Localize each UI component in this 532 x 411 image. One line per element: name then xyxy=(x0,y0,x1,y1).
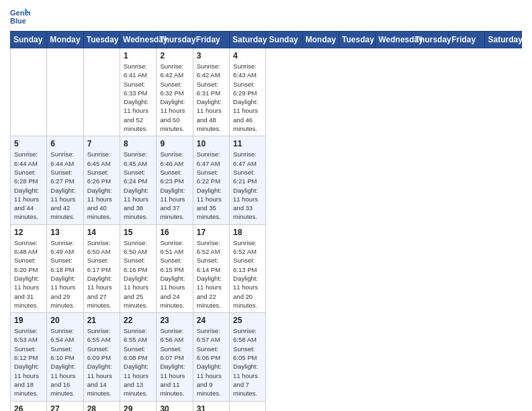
day-info: Sunrise: 6:58 AM Sunset: 6:05 PM Dayligh… xyxy=(233,326,262,398)
day-number: 22 xyxy=(124,316,152,325)
calendar-cell: 19Sunrise: 6:53 AM Sunset: 6:12 PM Dayli… xyxy=(11,313,47,401)
day-number: 31 xyxy=(197,404,226,412)
day-number: 16 xyxy=(160,228,189,237)
day-number: 19 xyxy=(14,316,43,325)
day-number: 5 xyxy=(14,139,43,148)
day-info: Sunrise: 6:56 AM Sunset: 6:07 PM Dayligh… xyxy=(160,326,189,398)
calendar-cell: 2Sunrise: 6:42 AM Sunset: 6:32 PM Daylig… xyxy=(157,48,193,136)
calendar-cell: 17Sunrise: 6:52 AM Sunset: 6:14 PM Dayli… xyxy=(193,224,229,312)
day-number: 14 xyxy=(87,228,116,237)
day-info: Sunrise: 6:45 AM Sunset: 6:26 PM Dayligh… xyxy=(87,150,116,221)
day-number: 23 xyxy=(160,316,189,325)
col-header-tuesday: Tuesday xyxy=(83,32,120,48)
calendar-cell: 7Sunrise: 6:45 AM Sunset: 6:26 PM Daylig… xyxy=(83,136,120,224)
col-header-sunday: Sunday xyxy=(266,32,302,48)
calendar-cell: 22Sunrise: 6:55 AM Sunset: 6:08 PM Dayli… xyxy=(120,313,157,401)
day-number: 3 xyxy=(197,51,226,60)
col-header-thursday: Thursday xyxy=(412,32,448,48)
day-number: 27 xyxy=(50,404,79,412)
calendar-cell xyxy=(83,48,120,136)
day-number: 15 xyxy=(124,228,152,237)
calendar-cell: 29Sunrise: 7:01 AM Sunset: 6:01 PM Dayli… xyxy=(120,401,157,411)
col-header-sunday: Sunday xyxy=(11,32,47,48)
calendar-cell: 31Sunrise: 7:02 AM Sunset: 6:00 PM Dayli… xyxy=(193,401,229,411)
calendar-cell: 21Sunrise: 6:55 AM Sunset: 6:09 PM Dayli… xyxy=(83,313,120,401)
calendar-cell: 26Sunrise: 6:58 AM Sunset: 6:04 PM Dayli… xyxy=(11,401,47,411)
day-info: Sunrise: 6:47 AM Sunset: 6:21 PM Dayligh… xyxy=(233,150,262,221)
day-info: Sunrise: 6:55 AM Sunset: 6:09 PM Dayligh… xyxy=(87,326,116,398)
day-number: 30 xyxy=(160,404,189,412)
calendar-cell xyxy=(47,48,83,136)
day-number: 2 xyxy=(160,51,189,60)
day-info: Sunrise: 6:42 AM Sunset: 6:31 PM Dayligh… xyxy=(197,62,226,133)
week-row-1: 1Sunrise: 6:41 AM Sunset: 6:33 PM Daylig… xyxy=(11,48,522,136)
calendar-table: SundayMondayTuesdayWednesdayThursdayFrid… xyxy=(10,31,522,411)
calendar-cell: 8Sunrise: 6:45 AM Sunset: 6:24 PM Daylig… xyxy=(120,136,157,224)
day-info: Sunrise: 6:45 AM Sunset: 6:24 PM Dayligh… xyxy=(124,150,152,221)
day-info: Sunrise: 6:50 AM Sunset: 6:17 PM Dayligh… xyxy=(87,238,116,310)
day-info: Sunrise: 6:47 AM Sunset: 6:22 PM Dayligh… xyxy=(197,150,226,221)
day-number: 18 xyxy=(233,228,262,237)
calendar-cell: 11Sunrise: 6:47 AM Sunset: 6:21 PM Dayli… xyxy=(230,136,266,224)
calendar-cell: 4Sunrise: 6:43 AM Sunset: 6:29 PM Daylig… xyxy=(230,48,266,136)
calendar-cell xyxy=(11,48,47,136)
calendar-cell xyxy=(230,401,266,411)
calendar-cell: 5Sunrise: 6:44 AM Sunset: 6:28 PM Daylig… xyxy=(11,136,47,224)
calendar-cell: 6Sunrise: 6:44 AM Sunset: 6:27 PM Daylig… xyxy=(47,136,83,224)
day-number: 28 xyxy=(87,404,116,412)
logo-icon: General Blue xyxy=(10,7,30,26)
day-info: Sunrise: 6:43 AM Sunset: 6:29 PM Dayligh… xyxy=(233,62,262,133)
day-info: Sunrise: 6:44 AM Sunset: 6:28 PM Dayligh… xyxy=(14,150,43,221)
col-header-friday: Friday xyxy=(193,32,229,48)
calendar-cell: 16Sunrise: 6:51 AM Sunset: 6:15 PM Dayli… xyxy=(157,224,193,312)
calendar-cell: 27Sunrise: 6:59 AM Sunset: 6:03 PM Dayli… xyxy=(47,401,83,411)
day-info: Sunrise: 6:51 AM Sunset: 6:15 PM Dayligh… xyxy=(160,238,189,310)
calendar-cell: 30Sunrise: 7:01 AM Sunset: 6:00 PM Dayli… xyxy=(157,401,193,411)
logo: General Blue xyxy=(10,7,30,26)
calendar-cell: 12Sunrise: 6:48 AM Sunset: 6:20 PM Dayli… xyxy=(11,224,47,312)
day-number: 8 xyxy=(124,139,152,148)
day-number: 11 xyxy=(233,139,262,148)
day-number: 29 xyxy=(124,404,152,412)
col-header-monday: Monday xyxy=(47,32,83,48)
day-number: 1 xyxy=(124,51,152,60)
calendar-cell: 15Sunrise: 6:50 AM Sunset: 6:16 PM Dayli… xyxy=(120,224,157,312)
page-header: General Blue xyxy=(10,7,522,26)
col-header-saturday: Saturday xyxy=(485,32,522,48)
day-number: 21 xyxy=(87,316,116,325)
col-header-tuesday: Tuesday xyxy=(339,32,375,48)
day-number: 10 xyxy=(197,139,226,148)
day-number: 4 xyxy=(233,51,262,60)
col-header-wednesday: Wednesday xyxy=(120,32,157,48)
week-row-3: 12Sunrise: 6:48 AM Sunset: 6:20 PM Dayli… xyxy=(11,224,522,312)
day-number: 12 xyxy=(14,228,43,237)
header-row: SundayMondayTuesdayWednesdayThursdayFrid… xyxy=(11,32,522,48)
day-info: Sunrise: 6:57 AM Sunset: 6:06 PM Dayligh… xyxy=(197,326,226,398)
calendar-cell: 24Sunrise: 6:57 AM Sunset: 6:06 PM Dayli… xyxy=(193,313,229,401)
day-info: Sunrise: 6:42 AM Sunset: 6:32 PM Dayligh… xyxy=(160,62,189,133)
col-header-monday: Monday xyxy=(302,32,339,48)
calendar-cell: 3Sunrise: 6:42 AM Sunset: 6:31 PM Daylig… xyxy=(193,48,229,136)
col-header-saturday: Saturday xyxy=(230,32,266,48)
day-info: Sunrise: 6:52 AM Sunset: 6:13 PM Dayligh… xyxy=(233,238,262,310)
calendar-cell: 28Sunrise: 7:00 AM Sunset: 6:02 PM Dayli… xyxy=(83,401,120,411)
week-row-4: 19Sunrise: 6:53 AM Sunset: 6:12 PM Dayli… xyxy=(11,313,522,401)
day-number: 7 xyxy=(87,139,116,148)
col-header-thursday: Thursday xyxy=(157,32,193,48)
day-info: Sunrise: 6:50 AM Sunset: 6:16 PM Dayligh… xyxy=(124,238,152,310)
calendar-cell: 13Sunrise: 6:49 AM Sunset: 6:18 PM Dayli… xyxy=(47,224,83,312)
calendar-cell: 20Sunrise: 6:54 AM Sunset: 6:10 PM Dayli… xyxy=(47,313,83,401)
day-info: Sunrise: 6:52 AM Sunset: 6:14 PM Dayligh… xyxy=(197,238,226,310)
col-header-friday: Friday xyxy=(449,32,485,48)
day-info: Sunrise: 6:46 AM Sunset: 6:23 PM Dayligh… xyxy=(160,150,189,221)
day-number: 17 xyxy=(197,228,226,237)
day-number: 24 xyxy=(197,316,226,325)
week-row-5: 26Sunrise: 6:58 AM Sunset: 6:04 PM Dayli… xyxy=(11,401,522,411)
day-info: Sunrise: 6:54 AM Sunset: 6:10 PM Dayligh… xyxy=(50,326,79,398)
day-number: 9 xyxy=(160,139,189,148)
day-info: Sunrise: 6:49 AM Sunset: 6:18 PM Dayligh… xyxy=(50,238,79,310)
calendar-cell: 23Sunrise: 6:56 AM Sunset: 6:07 PM Dayli… xyxy=(157,313,193,401)
day-info: Sunrise: 6:48 AM Sunset: 6:20 PM Dayligh… xyxy=(14,238,43,310)
calendar-cell: 10Sunrise: 6:47 AM Sunset: 6:22 PM Dayli… xyxy=(193,136,229,224)
day-number: 25 xyxy=(233,316,262,325)
